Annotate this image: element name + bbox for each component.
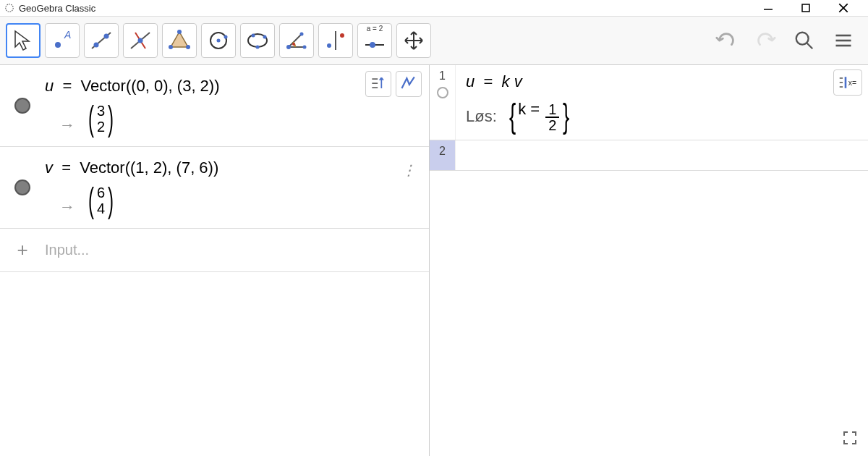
svg-point-26 xyxy=(303,46,307,49)
tool-perpendicular[interactable] xyxy=(123,23,158,58)
expr-text: Vector((0, 0), (3, 2)) xyxy=(81,77,220,95)
cas-substitute-button[interactable]: x= xyxy=(833,69,862,96)
svg-point-16 xyxy=(169,45,173,49)
svg-text:x=: x= xyxy=(848,79,856,87)
tool-circle[interactable] xyxy=(201,23,236,58)
svg-line-34 xyxy=(807,43,813,49)
vector-result: ( 6 4 ) xyxy=(85,185,116,216)
tool-point[interactable]: A xyxy=(45,23,80,58)
tool-move[interactable] xyxy=(6,23,41,58)
visibility-toggle-icon[interactable] xyxy=(14,180,30,195)
svg-text:A: A xyxy=(64,29,71,41)
toolbar: A a = 2 xyxy=(0,16,868,65)
algebra-row-v[interactable]: ⋮ v = Vector((1, 2), (7, 6)) → ( 6 4 ) xyxy=(0,147,429,229)
result-arrow-icon: → xyxy=(59,116,75,134)
svg-point-32 xyxy=(370,42,375,48)
menu-icon[interactable] xyxy=(832,29,855,52)
tool-polygon[interactable] xyxy=(162,23,197,58)
svg-point-30 xyxy=(340,33,344,38)
tool-angle[interactable] xyxy=(279,23,314,58)
cas-view: x= 1 u = k v Løs: { k xyxy=(430,65,868,456)
svg-point-0 xyxy=(6,4,14,12)
algebra-row-u[interactable]: u = Vector((0, 0), (3, 2)) → ( 3 2 ) xyxy=(0,65,429,147)
window-minimize-button[interactable] xyxy=(762,2,774,14)
titlebar: GeoGebra Classic xyxy=(0,0,868,16)
tool-slider[interactable]: a = 2 xyxy=(357,23,392,58)
svg-point-33 xyxy=(796,33,809,45)
svg-point-18 xyxy=(217,39,221,43)
window-maximize-button[interactable] xyxy=(800,2,812,14)
cas-row-1[interactable]: 1 u = k v Løs: { k = 1 xyxy=(430,65,868,140)
cas-row-marker-icon[interactable] xyxy=(437,87,448,98)
window-close-button[interactable] xyxy=(838,2,849,14)
undo-button[interactable] xyxy=(715,29,738,52)
svg-point-22 xyxy=(256,46,260,49)
tool-pan[interactable] xyxy=(396,23,431,58)
visibility-toggle-icon[interactable] xyxy=(14,98,30,114)
fullscreen-icon[interactable] xyxy=(842,430,858,446)
svg-point-25 xyxy=(300,33,304,36)
main-area: u = Vector((0, 0), (3, 2)) → ( 3 2 ) xyxy=(0,65,868,456)
tool-line[interactable] xyxy=(84,23,119,58)
solution-content: k = 1 2 xyxy=(518,100,561,132)
algebra-input-row[interactable]: + Input... xyxy=(0,229,429,272)
svg-point-15 xyxy=(186,45,190,49)
svg-rect-41 xyxy=(845,77,847,88)
svg-marker-13 xyxy=(171,32,188,47)
algebra-input[interactable]: Input... xyxy=(45,242,429,258)
svg-point-9 xyxy=(104,34,109,39)
search-icon[interactable] xyxy=(793,29,816,52)
tool-ellipse[interactable] xyxy=(240,23,275,58)
svg-point-27 xyxy=(292,43,295,46)
slider-tool-label: a = 2 xyxy=(367,25,383,33)
app-logo-icon xyxy=(4,3,14,13)
app-title: GeoGebra Classic xyxy=(19,3,95,14)
cas-row-number: 1 xyxy=(439,69,446,83)
svg-point-23 xyxy=(263,35,267,39)
tool-reflection[interactable] xyxy=(318,23,353,58)
svg-point-8 xyxy=(94,43,99,48)
svg-point-19 xyxy=(224,35,228,39)
row-more-icon[interactable]: ⋮ xyxy=(401,161,416,179)
var-name: v xyxy=(45,159,53,177)
svg-rect-2 xyxy=(802,4,809,12)
svg-point-14 xyxy=(177,30,182,34)
svg-point-29 xyxy=(327,43,331,48)
svg-point-5 xyxy=(55,42,61,48)
var-name: u xyxy=(45,77,54,95)
cas-row-number: 2 xyxy=(439,145,446,158)
solve-label: Løs: xyxy=(466,107,497,126)
algebra-view: u = Vector((0, 0), (3, 2)) → ( 3 2 ) xyxy=(0,65,430,456)
svg-point-12 xyxy=(138,38,143,43)
add-row-icon[interactable]: + xyxy=(0,239,45,261)
cas-row-2[interactable]: 2 xyxy=(430,140,868,171)
svg-point-24 xyxy=(286,45,291,49)
expr-text: Vector((1, 2), (7, 6)) xyxy=(80,159,218,177)
result-arrow-icon: → xyxy=(59,198,75,216)
svg-point-21 xyxy=(252,34,255,38)
vector-result: ( 3 2 ) xyxy=(85,103,116,135)
redo-button[interactable] xyxy=(754,29,777,52)
